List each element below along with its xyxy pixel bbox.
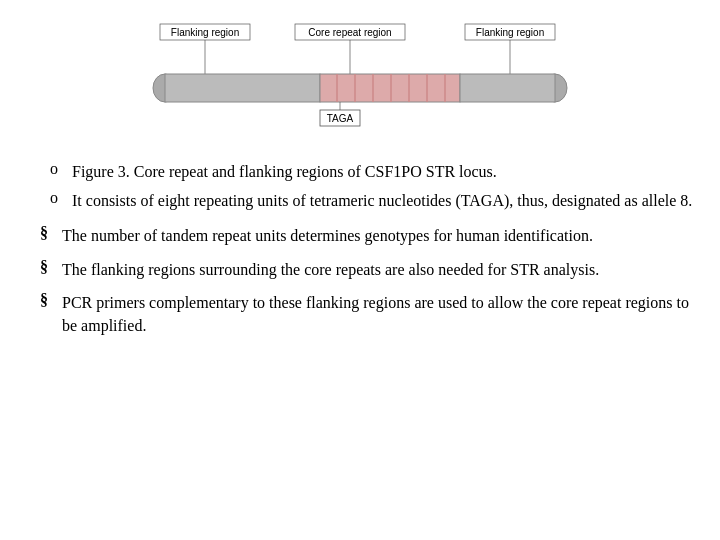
svg-rect-11: [165, 74, 320, 102]
diagram-container: Flanking region Core repeat region Flank…: [20, 20, 700, 150]
svg-text:TAGA: TAGA: [327, 113, 354, 124]
bullet-o-2-text: It consists of eight repeating units of …: [72, 189, 692, 212]
o-bullets-section: o Figure 3. Core repeat and flanking reg…: [30, 160, 700, 212]
bullet-sq-3-text: PCR primers complementary to these flank…: [62, 291, 700, 337]
bullet-o-1-marker: o: [50, 160, 72, 178]
bullet-sq-2: § The flanking regions surrounding the c…: [30, 258, 700, 281]
page: Flanking region Core repeat region Flank…: [0, 0, 720, 540]
svg-rect-12: [320, 74, 460, 102]
bullet-o-1-text: Figure 3. Core repeat and flanking regio…: [72, 160, 497, 183]
svg-text:Flanking region: Flanking region: [476, 27, 544, 38]
svg-text:Flanking region: Flanking region: [171, 27, 239, 38]
bullet-sq-1: § The number of tandem repeat units dete…: [30, 224, 700, 247]
svg-rect-20: [460, 74, 555, 102]
str-locus-diagram: Flanking region Core repeat region Flank…: [100, 20, 620, 150]
bullet-sq-3: § PCR primers complementary to these fla…: [30, 291, 700, 337]
bullet-sq-2-marker: §: [40, 258, 62, 276]
bullet-sq-2-text: The flanking regions surrounding the cor…: [62, 258, 599, 281]
bullet-sq-1-marker: §: [40, 224, 62, 242]
content-area: o Figure 3. Core repeat and flanking reg…: [20, 160, 700, 347]
bullet-o-2: o It consists of eight repeating units o…: [30, 189, 700, 212]
bullet-sq-1-text: The number of tandem repeat units determ…: [62, 224, 593, 247]
bullet-sq-3-marker: §: [40, 291, 62, 309]
bullet-o-2-marker: o: [50, 189, 72, 207]
svg-text:Core repeat region: Core repeat region: [308, 27, 391, 38]
bullet-o-1: o Figure 3. Core repeat and flanking reg…: [30, 160, 700, 183]
